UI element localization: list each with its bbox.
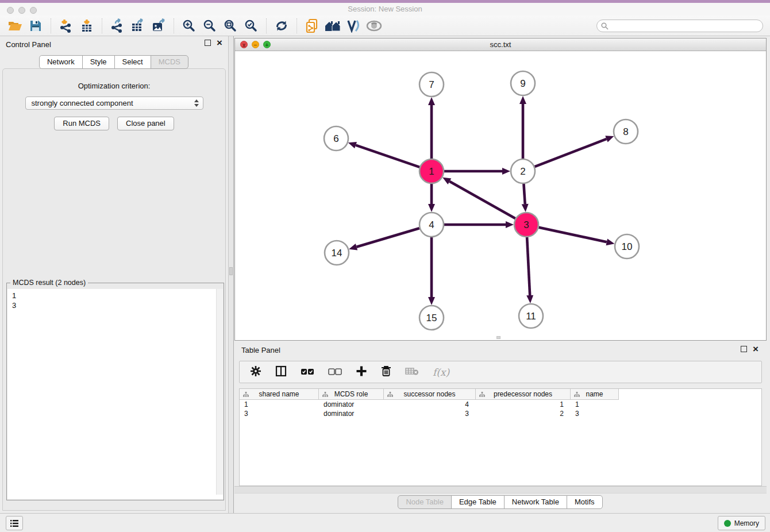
close-window-icon[interactable] xyxy=(7,7,14,14)
column-header-name[interactable]: name xyxy=(571,389,619,400)
zoom-out-icon[interactable] xyxy=(199,17,220,34)
select-stepper-icon xyxy=(194,99,199,107)
graph-edge-3-1[interactable] xyxy=(449,182,515,219)
mcds-panel: Optimization criterion: strongly connect… xyxy=(2,68,226,511)
function-builder-icon[interactable]: f(x) xyxy=(433,367,449,378)
network-maximize-icon[interactable]: + xyxy=(263,41,271,48)
zoom-in-icon[interactable] xyxy=(179,17,199,34)
minimize-window-icon[interactable] xyxy=(18,7,25,14)
task-history-button[interactable] xyxy=(6,516,23,530)
settings-gear-icon[interactable] xyxy=(250,365,261,379)
network-window-title: scc.txt xyxy=(235,38,766,51)
table-toolbar: f(x) xyxy=(239,361,762,383)
open-file-icon[interactable] xyxy=(5,17,25,34)
memory-button[interactable]: Memory xyxy=(718,516,765,530)
table-tab-motifs[interactable]: Motifs xyxy=(567,495,603,509)
show-hide-icon[interactable] xyxy=(364,17,384,34)
tab-style[interactable]: Style xyxy=(82,55,115,69)
run-mcds-button[interactable]: Run MCDS xyxy=(54,117,109,130)
apply-layout-icon[interactable] xyxy=(271,17,292,34)
graph-edge-1-6[interactable] xyxy=(356,145,419,167)
table-cell[interactable]: 1 xyxy=(476,400,571,409)
graph-edge-2-8[interactable] xyxy=(535,139,607,167)
table-cell[interactable]: 1 xyxy=(240,400,319,409)
toolbar-separator xyxy=(266,18,267,33)
graph-node-label: 6 xyxy=(333,133,338,144)
table-cell[interactable]: 3 xyxy=(571,409,619,418)
table-tab-node-table[interactable]: Node Table xyxy=(398,495,452,509)
search-field-wrap xyxy=(596,20,763,32)
column-sort-icon xyxy=(574,392,580,397)
graph-node-label: 3 xyxy=(523,219,529,230)
export-table-icon[interactable] xyxy=(128,17,148,34)
deselect-all-icon[interactable] xyxy=(328,367,342,377)
graph-edge-2-3[interactable] xyxy=(523,184,525,204)
column-header-label: name xyxy=(586,390,603,398)
delete-icon[interactable] xyxy=(381,365,391,379)
graph-edge-3-11[interactable] xyxy=(527,237,530,295)
table-row[interactable]: 3dominator323 xyxy=(240,409,761,418)
tab-mcds[interactable]: MCDS xyxy=(151,55,188,69)
traffic-lights[interactable] xyxy=(7,6,41,16)
control-panel-tabs: NetworkStyleSelectMCDS xyxy=(0,55,228,69)
save-session-icon[interactable] xyxy=(25,17,46,34)
network-resize-handle[interactable] xyxy=(496,336,500,339)
divider-handle-icon[interactable] xyxy=(229,267,233,275)
panel-divider[interactable] xyxy=(228,36,234,513)
table-cell[interactable]: dominator xyxy=(319,400,384,409)
export-network-icon[interactable] xyxy=(107,17,128,34)
table-tab-edge-table[interactable]: Edge Table xyxy=(451,495,505,509)
search-input[interactable] xyxy=(596,20,763,32)
zoom-selected-icon[interactable] xyxy=(241,17,261,34)
first-neighbors-icon[interactable] xyxy=(322,17,343,34)
table-cell[interactable]: 2 xyxy=(476,409,571,418)
toolbar-separator xyxy=(297,18,297,33)
node-table[interactable]: shared nameMCDS rolesuccessor nodesprede… xyxy=(239,388,762,486)
network-close-icon[interactable]: x xyxy=(240,41,248,48)
control-panel-title: Control Panel xyxy=(6,40,51,49)
float-panel-icon[interactable] xyxy=(205,40,211,46)
table-cell[interactable]: dominator xyxy=(319,409,384,418)
float-panel-icon[interactable] xyxy=(741,346,747,352)
add-row-icon[interactable] xyxy=(356,365,367,379)
table-row[interactable]: 1dominator411 xyxy=(240,400,761,409)
tab-select[interactable]: Select xyxy=(114,55,151,69)
zoom-fit-icon[interactable] xyxy=(220,17,241,34)
network-from-selection-icon[interactable] xyxy=(302,17,322,34)
export-image-icon[interactable] xyxy=(148,17,169,34)
close-panel-icon[interactable]: × xyxy=(753,346,759,352)
network-canvas[interactable]: 1234678910111415 xyxy=(235,51,766,340)
table-cell[interactable]: 3 xyxy=(384,409,476,418)
mcds-result-area[interactable]: 13 xyxy=(7,289,223,499)
table-cell[interactable]: 3 xyxy=(240,409,319,418)
table-cell[interactable]: 1 xyxy=(571,400,619,409)
graph-edge-3-10[interactable] xyxy=(538,228,606,242)
select-all-icon[interactable] xyxy=(301,367,314,377)
tab-network[interactable]: Network xyxy=(39,55,83,69)
network-window: x − + scc.txt 1234678910111415 xyxy=(234,38,767,341)
column-header-shared-name[interactable]: shared name xyxy=(240,389,319,400)
toolbar-separator xyxy=(51,18,51,33)
column-visibility-icon[interactable] xyxy=(275,365,287,379)
result-scrollbar[interactable] xyxy=(216,289,223,495)
import-network-icon[interactable] xyxy=(56,17,76,34)
close-panel-icon[interactable]: × xyxy=(217,40,222,46)
search-icon xyxy=(601,22,609,30)
network-minimize-icon[interactable]: − xyxy=(252,41,259,48)
maximize-window-icon[interactable] xyxy=(30,7,37,14)
table-tab-network-table[interactable]: Network Table xyxy=(504,495,567,509)
delete-table-icon[interactable] xyxy=(405,367,419,378)
column-header-successor-nodes[interactable]: successor nodes xyxy=(384,389,476,400)
table-cell[interactable]: 4 xyxy=(384,400,476,409)
criterion-select[interactable]: strongly connected component xyxy=(25,97,203,110)
column-header-predecessor-nodes[interactable]: predecessor nodes xyxy=(476,389,571,400)
close-panel-button[interactable]: Close panel xyxy=(117,117,174,130)
graph-edge-4-14[interactable] xyxy=(357,228,419,246)
network-window-titlebar[interactable]: x − + scc.txt xyxy=(235,38,766,51)
import-table-icon[interactable] xyxy=(76,17,97,34)
window-title: Session: New Session xyxy=(0,3,770,16)
column-header-MCDS-role[interactable]: MCDS role xyxy=(319,389,384,400)
graph-node-label: 8 xyxy=(623,126,628,137)
apply-style-icon[interactable] xyxy=(343,17,364,34)
main-toolbar xyxy=(0,16,770,36)
